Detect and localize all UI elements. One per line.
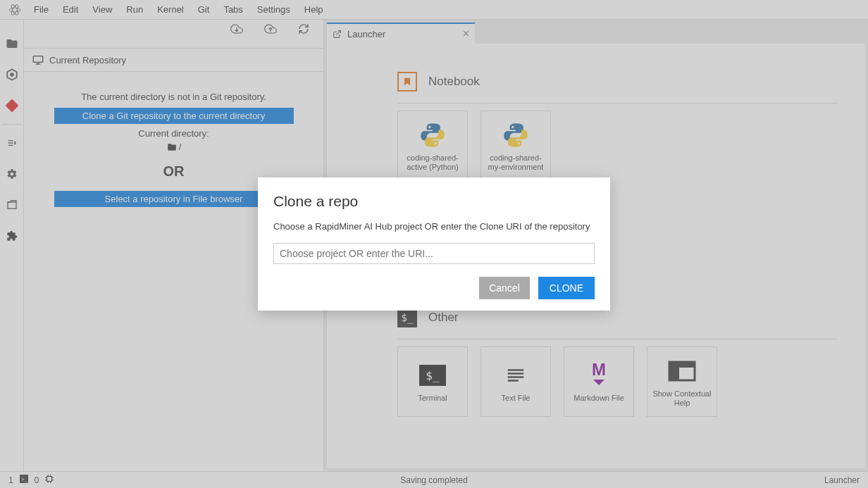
dialog-description: Choose a RapidMiner AI Hub project OR en… — [273, 221, 595, 232]
cancel-button[interactable]: Cancel — [479, 277, 530, 299]
clone-dialog: Clone a repo Choose a RapidMiner AI Hub … — [258, 177, 610, 311]
clone-uri-input[interactable] — [273, 243, 595, 264]
dialog-title: Clone a repo — [273, 193, 595, 210]
modal-overlay: Clone a repo Choose a RapidMiner AI Hub … — [0, 0, 868, 488]
clone-button[interactable]: CLONE — [538, 277, 595, 299]
